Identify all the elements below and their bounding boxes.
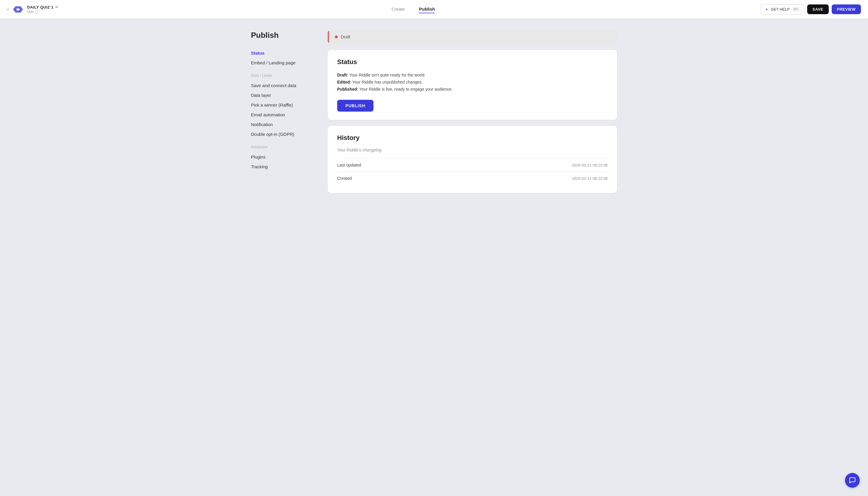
history-row-created: Created 2025-02-21 08:23:38 [337,172,608,185]
nav-create[interactable]: Create [391,5,405,13]
history-card: History Your Riddle's changelog Last upd… [328,126,617,193]
header-title-section: DAILY QUIZ 1 ✏ Quiz i [27,5,59,14]
sidebar-item-plugins[interactable]: Plugins [251,152,316,162]
sidebar-item-raffle[interactable]: Pick a winner (Raffle) [251,100,316,110]
sidebar-section-data-leads: Data / Leads [251,74,316,78]
draft-label: Draft [341,34,351,39]
nav-publish[interactable]: Publish [419,5,435,13]
header-nav: Create Publish [66,5,761,13]
sidebar-item-tracking[interactable]: Tracking [251,162,316,172]
created-label: Created [337,176,352,181]
draft-label-bold: Draft: [337,73,348,77]
chat-button[interactable] [845,473,860,488]
last-updated-value: 2025-02-21 08:23:38 [572,163,608,167]
sidebar-item-data-layer[interactable]: Data layer [251,90,316,100]
sidebar-item-embed[interactable]: Embed / Landing page [251,58,316,67]
history-row-last-updated: Last updated 2025-02-21 08:23:38 [337,158,608,172]
sidebar: Publish Status Embed / Landing page Data… [251,31,316,199]
draft-dot [335,35,338,38]
back-arrow[interactable]: ‹ [7,6,9,12]
help-icon: ✦ [765,7,769,12]
draft-bar: Draft [328,31,617,43]
header-left: ‹ DAILY QUIZ 1 ✏ Quiz i [7,4,66,15]
status-card-title: Status [337,58,608,66]
history-subtitle: Your Riddle's changelog [337,148,608,152]
status-card: Status Draft: Your Riddle isn't quite re… [328,50,617,120]
published-text: Your Riddle is live, ready to engage you… [359,87,452,92]
header-title: DAILY QUIZ 1 ✏ [27,5,59,10]
header-right: ✦ GET HELP ⌘K SAVE PREVIEW [761,4,861,14]
sidebar-item-email[interactable]: Email automation [251,110,316,120]
history-card-title: History [337,134,608,142]
header-subtitle: Quiz i [27,10,59,14]
status-description: Draft: Your Riddle isn't quite ready for… [337,72,608,93]
get-help-button[interactable]: ✦ GET HELP ⌘K [761,4,804,14]
sidebar-item-status[interactable]: Status [251,48,316,58]
edited-label-bold: Edited: [337,80,351,84]
info-icon[interactable]: i [35,10,39,14]
content-area: Draft Status Draft: Your Riddle isn't qu… [328,31,617,199]
edited-text: Your Riddle has unpublished changes. [352,80,422,84]
edit-icon[interactable]: ✏ [55,5,59,10]
last-updated-label: Last updated [337,163,361,167]
header: ‹ DAILY QUIZ 1 ✏ Quiz i Create Publish ✦… [0,0,868,19]
sidebar-item-notification[interactable]: Notification [251,120,316,129]
chat-icon [849,477,856,484]
sidebar-section-advanced: Advanced [251,145,316,149]
publish-button[interactable]: PUBLISH [337,100,373,112]
preview-button[interactable]: PREVIEW [832,4,861,14]
sidebar-item-gdpr[interactable]: Double opt-in (GDPR) [251,129,316,139]
logo-icon [12,4,24,15]
sidebar-item-save-connect[interactable]: Save and connect data [251,81,316,90]
keyboard-shortcut: ⌘K [792,7,800,12]
sidebar-title: Publish [251,31,316,40]
main-content: Publish Status Embed / Landing page Data… [227,19,641,211]
created-value: 2025-02-21 08:23:38 [572,176,608,181]
draft-text: Your Riddle isn't quite ready for the wo… [349,73,425,77]
published-label-bold: Published: [337,87,358,92]
save-button[interactable]: SAVE [807,4,828,14]
